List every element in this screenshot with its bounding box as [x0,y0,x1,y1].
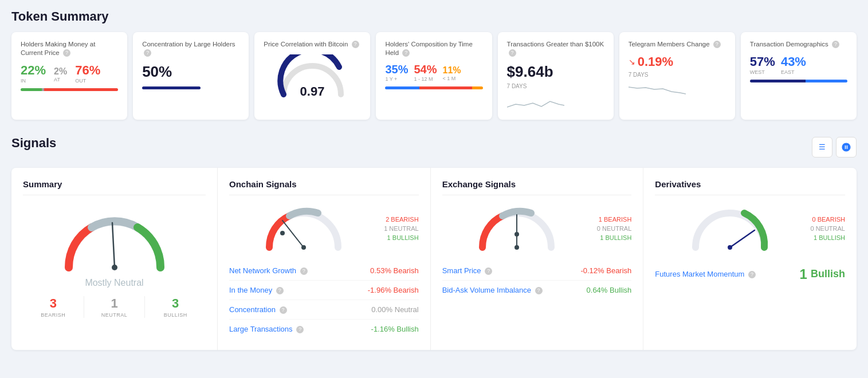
token-summary-title: Token Summary [11,9,857,24]
derivatives-gauge-svg [687,204,773,253]
derivatives-bearish-label: BEARISH [818,216,845,223]
onchain-gauge-area [229,204,378,253]
help-icon-transactions[interactable]: ? [509,49,516,57]
onchain-signal-items: Net Network Growth ? 0.53% Bearish In th… [229,261,419,338]
summary-panel: Summary Mostly N [11,168,218,350]
demo-bar-east [806,80,847,82]
signals-section: Signals ☰ Summary [11,136,857,350]
svg-line-9 [730,230,755,247]
exchange-signal-name-1[interactable]: Bid-Ask Volume Imbalance ? [442,286,543,294]
help-icon-demographics[interactable]: ? [832,41,839,48]
onchain-signal-name-2[interactable]: Concentration ? [229,305,287,314]
card-title-holders: Holders Making Money at Current Price ? [21,40,118,57]
onchain-signal-counts: 2 BEARISH 1 NEUTRAL 1 BULLISH [384,216,419,241]
comp-bar-1y [385,86,419,89]
onchain-bullish-count: 1 [387,234,391,241]
derivatives-signal-name-0[interactable]: Futures Market Momentum ? [655,270,756,278]
holders-bar [21,88,118,91]
svg-point-10 [728,245,732,250]
onchain-panel-title: Onchain Signals [229,179,419,195]
comp-1y-label: 1 Y + [385,76,408,82]
bearish-count: 3 [23,296,84,311]
onchain-signal-name-3[interactable]: Large Transactions ? [229,325,304,333]
transactions-chart-svg [507,93,564,110]
pct-at: 2% [54,66,67,76]
exchange-bullish-label: BULLISH [605,234,631,241]
exchange-signal-value-0: -0.12% Bearish [580,266,631,275]
derivatives-bearish-count: 0 [812,216,816,223]
exchange-bullish-count: 1 [600,234,603,241]
holders-pct-row: 22% IN 2% AT 76% OUT [21,63,118,84]
help-icon-lt[interactable]: ? [296,326,304,333]
derivatives-bullish-count: 1 [814,234,817,241]
card-title-telegram: Telegram Members Change ? [629,40,726,49]
list-view-button[interactable]: ☰ [812,137,832,158]
summary-gauge-container: Mostly Neutral 3 BEARISH 1 NEUTRAL [23,204,206,324]
svg-point-4 [301,245,306,250]
svg-line-1 [112,223,115,267]
derivatives-signal-items: Futures Market Momentum ? 1 Bullish [655,261,845,288]
token-summary-cards: Holders Making Money at Current Price ? … [11,32,857,120]
help-icon-conc[interactable]: ? [280,306,287,314]
help-icon-sp[interactable]: ? [485,267,492,275]
signals-title: Signals [11,136,56,151]
comp-bar-1m [472,86,483,89]
exchange-neutral-label: NEUTRAL [602,225,631,232]
svg-line-3 [282,220,304,247]
derivatives-gauge-area [655,204,804,253]
svg-text:0.97: 0.97 [300,84,325,97]
comp-12m: 54% [414,63,437,76]
exchange-bearish-label: BEARISH [604,216,631,223]
concentration-value: 50% [142,63,239,81]
label-out: OUT [75,78,100,84]
card-concentration: Concentration by Large Holders ? 50% [133,32,249,120]
help-icon-bavi[interactable]: ? [535,287,543,294]
label-at: AT [54,77,67,82]
bullish-label: BULLISH [145,312,206,318]
onchain-neutral-count: 1 [384,225,387,232]
page-container: Token Summary Holders Making Money at Cu… [0,0,868,359]
gauge-icon [841,142,851,152]
exchange-gauge-with-counts: 1 BEARISH 0 NEUTRAL 1 BULLISH [442,204,632,253]
gauge-view-button[interactable] [836,137,857,158]
onchain-signal-row-0: Net Network Growth ? 0.53% Bearish [229,261,419,281]
exchange-signal-counts: 1 BEARISH 0 NEUTRAL 1 BULLISH [597,216,632,241]
onchain-bearish-count: 2 [386,216,389,223]
comp-1y: 35% [385,63,408,76]
exchange-bearish-count: 1 [599,216,602,223]
help-icon-telegram[interactable]: ? [713,41,721,48]
card-title-demographics: Transaction Demographics ? [750,40,847,49]
demo-west-pct: 57% [750,54,775,69]
demo-bar [750,80,847,82]
comp-bar [385,86,482,89]
pct-out: 76% [75,63,100,77]
svg-point-2 [112,265,117,270]
onchain-signal-row-3: Large Transactions ? -1.16% Bullish [229,320,419,338]
onchain-bearish-label: BEARISH [391,216,418,223]
help-icon-holders[interactable]: ? [63,49,70,57]
neutral-count-item: 1 NEUTRAL [84,296,145,318]
help-icon-fmm[interactable]: ? [748,271,756,278]
card-holders-composition: Holders' Composition by Time Held ? 35% … [376,32,492,120]
derivatives-signal-row-0: Futures Market Momentum ? 1 Bullish [655,261,845,288]
telegram-mini-chart [629,81,726,100]
onchain-bullish-label: BULLISH [392,234,419,241]
bar-out [44,88,118,91]
exchange-signal-name-0[interactable]: Smart Price ? [442,266,493,275]
onchain-signal-value-2: 0.00% Neutral [371,305,418,314]
onchain-gauge-svg [261,204,347,253]
tg-pct-value: 0.19% [638,54,673,69]
card-title-price-correlation: Price Correlation with Bitcoin ? [264,40,361,49]
derivatives-panel: Derivatives 0 BEARISH 0 NEUTRAL [643,168,857,350]
card-demographics: Transaction Demographics ? 57% WEST 43% … [741,32,857,120]
derivatives-neutral-count: 0 [810,225,814,232]
onchain-signal-name-1[interactable]: In the Money ? [229,286,284,294]
onchain-signal-name-0[interactable]: Net Network Growth ? [229,266,308,275]
svg-point-5 [280,231,285,235]
card-title-concentration: Concentration by Large Holders ? [142,40,239,57]
help-icon-concentration[interactable]: ? [144,49,151,57]
help-icon-nnp[interactable]: ? [300,267,308,275]
help-icon-price-correlation[interactable]: ? [352,41,359,48]
help-icon-holders-composition[interactable]: ? [402,49,410,57]
help-icon-itm[interactable]: ? [276,287,284,294]
